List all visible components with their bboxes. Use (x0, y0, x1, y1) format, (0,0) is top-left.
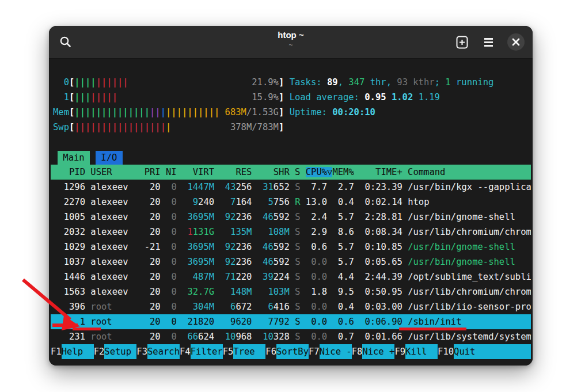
cell-res: 92236 (219, 257, 252, 267)
cell-pid: 1296 (53, 182, 85, 192)
cell-user: root (90, 317, 144, 327)
fkey-f7: F7 (309, 344, 320, 359)
cell-pid: 231 (53, 332, 85, 342)
page: { "window": { "title": "htop ~", "subtit… (0, 0, 581, 392)
cell-ni: 0 (166, 227, 177, 237)
close-icon (512, 38, 520, 46)
cell-shr: 46592 (257, 257, 290, 267)
cell-cpu: 0.0 (306, 317, 327, 327)
cell-shr: 108M (257, 227, 290, 237)
cell-cpu: 13.0 (306, 197, 327, 207)
col-header-cpu[interactable]: CPU% (306, 167, 327, 177)
col-header-s[interactable]: S (295, 167, 300, 177)
process-row-1[interactable]: 1 root 20 0 21820 9620 7792 S 0.0 0.6 0:… (51, 314, 531, 329)
cell-cmd: /usr/bin/gnome-shell (408, 242, 515, 252)
cell-pid: 396 (53, 302, 85, 312)
cell-cpu: 7.7 (306, 182, 327, 192)
cell-res: 135M (219, 227, 252, 237)
col-header-pri[interactable]: PRI (145, 167, 161, 177)
col-header-res[interactable]: RES (219, 167, 252, 177)
cell-cpu: 1.8 (306, 287, 327, 297)
table-header-row[interactable]: PID USER PRI NI VIRT RES SHR S CPU%▽MEM%… (51, 165, 531, 180)
cell-cpu: 2.9 (306, 227, 327, 237)
close-button[interactable] (507, 33, 525, 51)
tab-i-o[interactable]: I/O (96, 151, 123, 165)
cell-time: 2:44.39 (359, 272, 402, 282)
col-header-shr[interactable]: SHR (257, 167, 290, 177)
function-key-bar: F1Help F2Setup F3SearchF4FilterF5Tree F6… (51, 344, 531, 359)
terminal: 0[||||||||||21.9%] Tasks: 89, 347 thr, 9… (49, 59, 533, 366)
cell-virt: 32.7G (182, 287, 214, 297)
cell-user: root (90, 302, 144, 312)
col-header-user[interactable]: USER (90, 167, 144, 177)
cell-user: alexeev (90, 242, 144, 252)
cell-mem: 9.5 (332, 287, 354, 297)
fkey-action-quit[interactable]: Quit (454, 344, 531, 359)
process-row-1296[interactable]: 1296 alexeev 20 0 1447M 43256 31652 S 7.… (51, 180, 531, 195)
col-header-pid[interactable]: PID (53, 167, 85, 177)
cell-shr: 46592 (257, 212, 290, 222)
cell-user: alexeev (90, 212, 144, 222)
cell-res: 6672 (219, 302, 252, 312)
fkey-action-kill[interactable]: Kill (405, 344, 438, 359)
process-row-1563[interactable]: 1563 alexeev 20 0 32.7G 148M 103M S 1.8 … (51, 284, 531, 299)
process-row-2032[interactable]: 2032 alexeev 20 0 1131G 135M 108M S 2.9 … (51, 224, 531, 239)
cell-cmd: /usr/bin/gnome-shell (408, 257, 515, 267)
fkey-action-filter[interactable]: Filter (191, 344, 223, 359)
menu-button[interactable] (481, 35, 496, 50)
fkey-action-sortby[interactable]: SortBy (276, 344, 309, 359)
cell-cmd: /usr/lib/chromium/chromi (408, 287, 531, 297)
col-header-virt[interactable]: VIRT (182, 167, 214, 177)
process-row-1029[interactable]: 1029 alexeev -21 0 3695M 92236 46592 S 0… (51, 239, 531, 254)
fkey-f4: F4 (180, 344, 191, 359)
process-row-1037[interactable]: 1037 alexeev 20 0 3695M 92236 46592 S 0.… (51, 254, 531, 269)
cell-cmd: /usr/bin/gnome-shell (408, 212, 515, 222)
fkey-action-tree[interactable]: Tree (233, 344, 265, 359)
cell-ni: 0 (166, 272, 177, 282)
process-row-1446[interactable]: 1446 alexeev 20 0 487M 71220 39224 S 0.0… (51, 269, 531, 284)
cell-pri: 20 (145, 182, 161, 192)
process-row-1005[interactable]: 1005 alexeev 20 0 3695M 92236 46592 S 2.… (51, 210, 531, 224)
cell-s: S (295, 212, 300, 222)
memory-meter: |||||||||||||||||||||||||||683M/1.53G (74, 105, 279, 120)
cell-pid: 1446 (53, 272, 85, 282)
col-header-ni[interactable]: NI (166, 167, 177, 177)
cell-cmd: /sbin/init (408, 317, 461, 327)
cell-mem: 0.7 (333, 332, 354, 342)
cell-shr: 7792 (257, 317, 290, 327)
process-row-231[interactable]: 231 root 20 0 66624 10968 10328 S 0.0 0.… (51, 329, 531, 344)
cell-pri: 20 (145, 317, 161, 327)
cell-pri: -21 (145, 242, 161, 252)
cell-res: 9620 (219, 317, 252, 327)
cpu-0-meter: ||||||||||21.9% (74, 75, 279, 90)
headerbar: htop ~ ~ (49, 26, 533, 59)
cpu-0-meter-line: 0[||||||||||21.9%] Tasks: 89, 347 thr, 9… (51, 75, 531, 90)
fkey-action-nice-[interactable]: Nice - (320, 344, 352, 359)
col-header-mem[interactable]: MEM% (332, 167, 354, 177)
tab-main[interactable]: Main (58, 151, 90, 165)
cell-s: R (295, 197, 300, 207)
cell-virt: 9240 (182, 197, 214, 207)
menu-icon (484, 38, 493, 47)
process-row-2270[interactable]: 2270 alexeev 20 0 9240 7164 5756 R 13.0 … (51, 195, 531, 210)
cell-virt: 3695M (182, 212, 214, 222)
cell-mem: 5.7 (333, 212, 354, 222)
summary-line-0: Tasks: 89, 347 thr, 93 kthr; 1 running (290, 77, 494, 87)
cell-user: root (90, 332, 144, 342)
cell-virt: 66624 (182, 332, 214, 342)
process-row-396[interactable]: 396 root 20 0 304M 6672 6416 S 0.0 0.4 0… (51, 299, 531, 314)
memory-meter-label: Mem (53, 107, 69, 117)
fkey-action-help[interactable]: Help (62, 344, 94, 359)
cell-cpu: 0.0 (306, 272, 327, 282)
cell-pri: 20 (145, 227, 161, 237)
fkey-action-nice-[interactable]: Nice + (362, 344, 394, 359)
col-header-cmd[interactable]: Command (408, 167, 445, 177)
fkey-action-setup[interactable]: Setup (104, 344, 136, 359)
cell-virt: 304M (182, 302, 214, 312)
memory-meter-line: Mem[|||||||||||||||||||||||||||683M/1.53… (51, 105, 531, 120)
cell-mem: 0.4 (333, 302, 354, 312)
cell-virt: 1447M (182, 182, 214, 192)
col-header-time[interactable]: TIME+ (359, 167, 402, 177)
new-tab-button[interactable] (454, 35, 469, 50)
fkey-action-search[interactable]: Search (147, 344, 180, 359)
